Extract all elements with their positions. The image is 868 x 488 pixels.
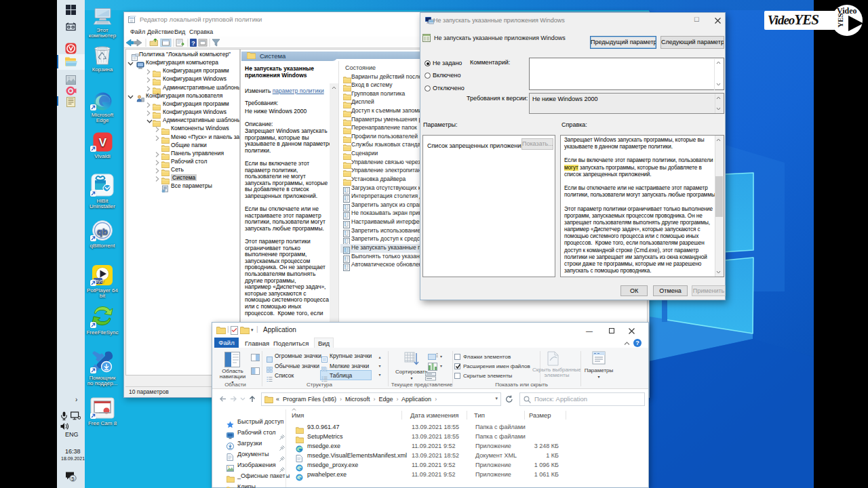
svg-text:qb: qb bbox=[97, 226, 108, 237]
svg-text:5: 5 bbox=[71, 476, 75, 482]
svg-text:V: V bbox=[98, 136, 106, 149]
svg-text:?: ? bbox=[191, 40, 195, 47]
